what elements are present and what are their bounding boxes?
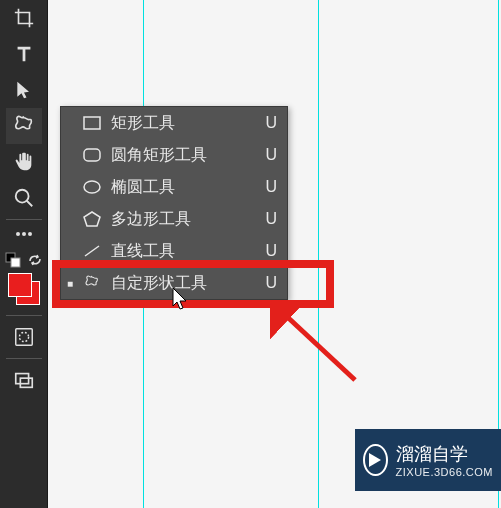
svg-point-3 [28,232,32,236]
svg-rect-6 [15,329,32,346]
flyout-label: 自定形状工具 [111,273,257,294]
flyout-shortcut: U [257,242,277,260]
flyout-custom-shape-tool[interactable]: ■ 自定形状工具 U [61,267,287,299]
divider [6,315,42,316]
flyout-line-tool[interactable]: 直线工具 U [61,235,287,267]
swap-colors[interactable] [24,249,46,271]
svg-rect-11 [84,149,100,161]
svg-rect-5 [11,258,20,267]
rounded-rectangle-icon [81,148,103,162]
flyout-shortcut: U [257,114,277,132]
line-icon [81,244,103,258]
hand-tool[interactable] [6,144,42,180]
quick-mask[interactable] [6,319,42,355]
flyout-shortcut: U [257,146,277,164]
edit-toolbar[interactable] [6,223,42,245]
flyout-rounded-rectangle-tool[interactable]: 圆角矩形工具 U [61,139,287,171]
divider [6,358,42,359]
svg-line-14 [85,246,99,256]
crop-tool[interactable] [6,0,42,36]
screen-mode[interactable] [6,362,42,398]
svg-point-12 [84,181,100,193]
tools-panel [0,0,48,508]
flyout-shortcut: U [257,178,277,196]
flyout-label: 圆角矩形工具 [111,145,257,166]
shape-tool-flyout: 矩形工具 U 圆角矩形工具 U 椭圆工具 U 多边形工具 U 直线工具 U ■ … [60,106,288,300]
ellipse-icon [81,180,103,194]
custom-shape-icon [81,275,103,291]
watermark-title: 溜溜自学 [396,442,493,466]
default-colors[interactable] [2,249,24,271]
svg-marker-13 [84,212,100,226]
divider [6,219,42,220]
path-selection-tool[interactable] [6,72,42,108]
color-swatches[interactable] [8,273,40,305]
flyout-rectangle-tool[interactable]: 矩形工具 U [61,107,287,139]
flyout-shortcut: U [257,274,277,292]
svg-rect-9 [20,378,32,387]
flyout-shortcut: U [257,210,277,228]
rectangle-icon [81,116,103,130]
svg-point-1 [16,232,20,236]
active-marker-icon: ■ [67,278,75,289]
color-reset-row [0,249,48,271]
play-icon [363,444,388,476]
flyout-polygon-tool[interactable]: 多边形工具 U [61,203,287,235]
flyout-label: 直线工具 [111,241,257,262]
type-tool[interactable] [6,36,42,72]
guide-line[interactable] [318,0,319,508]
svg-point-7 [19,332,28,341]
flyout-label: 多边形工具 [111,209,257,230]
flyout-label: 矩形工具 [111,113,257,134]
flyout-label: 椭圆工具 [111,177,257,198]
svg-rect-10 [84,117,100,129]
custom-shape-tool[interactable] [6,108,42,144]
foreground-color[interactable] [8,273,32,297]
watermark-subtitle: ZIXUE.3D66.COM [396,466,493,478]
svg-point-0 [15,190,28,203]
polygon-icon [81,211,103,227]
zoom-tool[interactable] [6,180,42,216]
svg-point-2 [22,232,26,236]
watermark: 溜溜自学 ZIXUE.3D66.COM [355,429,501,491]
flyout-ellipse-tool[interactable]: 椭圆工具 U [61,171,287,203]
